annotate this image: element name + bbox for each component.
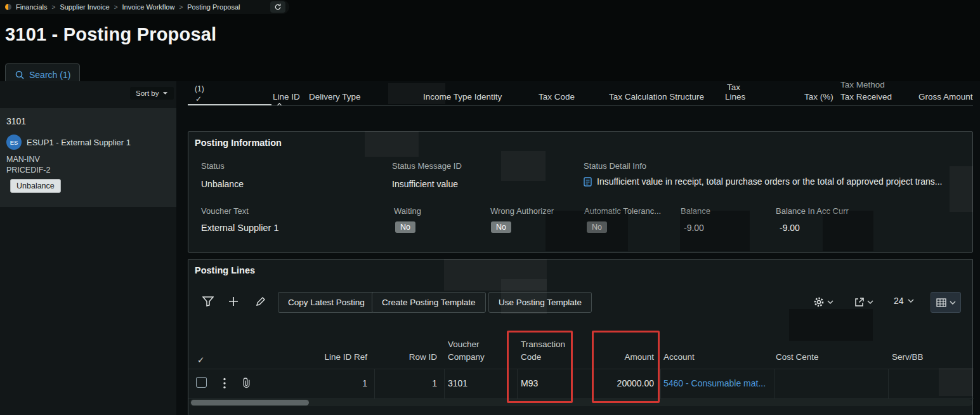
export-dropdown[interactable] [854,297,873,307]
column-transaction-code-line2[interactable]: Code [521,352,541,362]
account-link[interactable]: 5460 - Consumable mat... [663,378,766,388]
breadcrumb-item-posting-proposal[interactable]: Posting Proposal [187,3,240,11]
use-posting-template-button[interactable]: Use Posting Template [488,292,592,313]
invoice-list-item[interactable]: 3101 ES ESUP1 - External Supplier 1 MAN-… [0,108,176,207]
cell-divider [374,369,375,399]
select-all-check-icon[interactable]: ✓ [197,355,204,365]
search-button-label: Search (1) [29,70,70,80]
horizontal-scrollbar-thumb[interactable] [191,400,309,405]
column-row-id[interactable]: Row ID [385,352,437,362]
select-all-check-icon[interactable]: ✓ [195,95,202,103]
chevron-down-icon [908,299,914,303]
breadcrumb-separator: > [179,4,183,11]
main-content: (1) ✓ Line ID Delivery Type Income Type … [176,81,980,415]
breadcrumb-item-supplier-invoice[interactable]: Supplier Invoice [60,3,109,11]
table-row[interactable]: 1 1 3101 M93 20000.00 5460 - Consumable … [188,369,974,399]
column-tax-code[interactable]: Tax Code [539,92,575,102]
wrong-authorizer-badge: No [491,221,511,233]
breadcrumb: Financials > Supplier Invoice > Invoice … [0,0,289,14]
column-tax-calculation-structure[interactable]: Tax Calculation Structure [609,92,704,102]
gear-icon [813,296,825,308]
page-header: Financials > Supplier Invoice > Invoice … [0,0,980,81]
chevron-down-icon [827,300,833,304]
invoice-id: 3101 [6,116,26,126]
page-title: 3101 - Posting Proposal [5,24,216,45]
column-gross-amount[interactable]: Gross Amount [918,92,973,102]
export-icon [854,297,865,307]
column-line-id-ref[interactable]: Line ID Ref [303,352,367,362]
kebab-icon [223,378,226,389]
column-voucher-company-line1[interactable]: Voucher [448,339,480,349]
waiting-label: Waiting [394,206,421,216]
column-amount[interactable]: Amount [601,352,654,362]
grid-view-icon [936,298,946,307]
chevron-down-icon [162,91,168,95]
posting-lines-title: Posting Lines [195,265,255,275]
plus-icon [228,296,238,306]
cell-row-id[interactable]: 1 [385,378,437,388]
avatar: ES [6,135,22,150]
cell-transaction-code[interactable]: M93 [521,378,538,388]
voucher-text-label: Voucher Text [201,206,249,216]
attachment-button[interactable] [242,377,251,388]
create-posting-template-button[interactable]: Create Posting Template [372,292,486,313]
column-cost-centre[interactable]: Cost Cente [776,352,819,362]
row-menu-button[interactable] [223,378,226,389]
cell-account: 5460 - Consumable mat... [663,378,766,390]
app-root: Financials > Supplier Invoice > Invoice … [0,0,980,415]
balance-value: -9.00 [684,223,704,233]
breadcrumb-item-financials[interactable]: Financials [16,3,48,11]
breadcrumb-separator: > [52,4,56,11]
column-transaction-code-line1[interactable]: Transaction [521,339,565,349]
brand-logo-icon [5,4,11,10]
column-tax-lines-line1[interactable]: Tax [727,82,740,92]
table-settings-dropdown[interactable] [813,296,833,308]
breadcrumb-item-invoice-workflow[interactable]: Invoice Workflow [122,3,175,11]
paperclip-icon [242,377,251,388]
edit-button[interactable] [256,296,266,306]
sort-by-dropdown[interactable]: Sort by [130,87,174,100]
sidebar: Sort by 3101 ES ESUP1 - External Supplie… [0,81,176,415]
status-detail-info-label: Status Detail Info [584,161,646,171]
balance-label: Balance [681,206,710,216]
column-account[interactable]: Account [663,352,695,362]
filter-button[interactable] [202,296,214,306]
add-row-button[interactable] [228,296,238,306]
selection-count: (1) [195,84,204,93]
column-serv-bb[interactable]: Serv/BB [892,352,924,362]
status-value: Unbalance [201,179,244,189]
header-underline [188,105,973,106]
horizontal-scrollbar-track[interactable] [190,399,972,406]
cell-divider [888,369,889,399]
column-voucher-company-line2[interactable]: Company [448,352,485,362]
column-income-type-identity[interactable]: Income Type Identity [423,92,502,102]
document-icon [584,177,592,187]
column-tax-lines-line2[interactable]: Lines [725,92,745,102]
pencil-icon [256,296,266,306]
automatic-tolerance-label: Automatic Toleranc... [584,206,661,216]
waiting-badge: No [395,221,415,233]
posting-lines-panel: Posting Lines Copy Latest Posting Create… [188,259,973,415]
cell-voucher-company[interactable]: 3101 [448,378,467,388]
cell-divider [517,369,518,399]
view-mode-dropdown[interactable] [931,292,961,313]
column-tax-method-partial[interactable]: Tax Method [840,81,885,89]
cell-line-id-ref[interactable]: 1 [315,378,367,388]
status-message-id-label: Status Message ID [392,161,462,171]
column-delivery-type[interactable]: Delivery Type [309,92,361,102]
row-checkbox[interactable] [196,377,207,388]
cell-divider [444,369,445,399]
column-line-id[interactable]: Line ID [273,92,300,102]
column-tax-received[interactable]: Tax Received [840,92,892,102]
status-badge: Unbalance [10,179,61,193]
cell-amount[interactable]: 20000.00 [588,378,654,388]
page-size-value: 24 [894,296,904,306]
invoice-type: MAN-INV [6,155,40,164]
cell-divider [774,369,774,399]
filter-icon [202,296,214,306]
column-tax-pct[interactable]: Tax (%) [804,92,833,102]
supplier-name: ESUP1 - External Supplier 1 [27,138,131,147]
copy-latest-posting-button[interactable]: Copy Latest Posting [278,292,375,313]
refresh-button[interactable] [270,1,285,13]
page-size-dropdown[interactable]: 24 [894,296,914,306]
